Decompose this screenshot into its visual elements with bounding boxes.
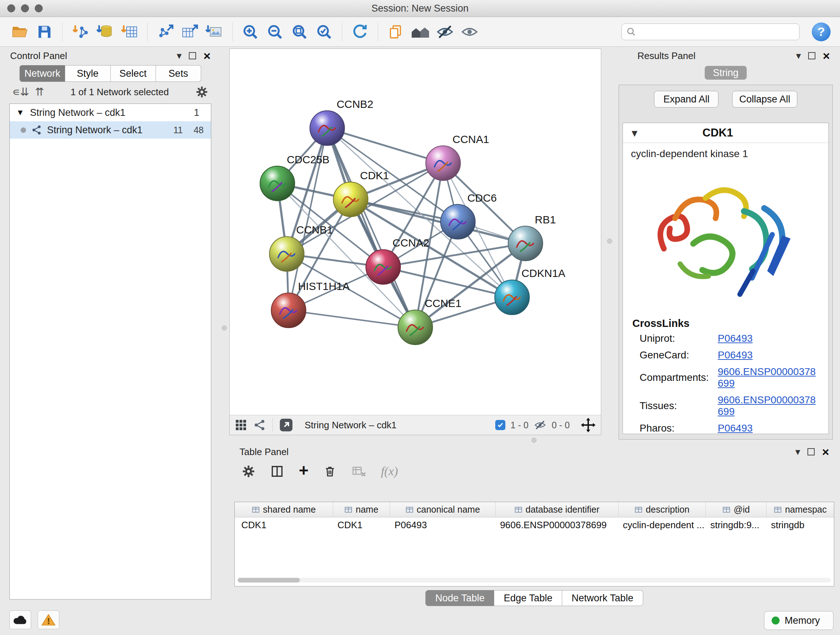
window-close-button[interactable] xyxy=(7,4,15,12)
crosslink-compartments-link[interactable]: 9606.ENSP00000378699 xyxy=(718,366,821,389)
window-zoom-button[interactable] xyxy=(35,4,43,12)
panel-close-icon[interactable]: × xyxy=(203,50,210,62)
crosslink-label: Uniprot: xyxy=(639,333,718,344)
import-table-button[interactable] xyxy=(119,21,140,43)
tab-sets[interactable]: Sets xyxy=(156,65,201,82)
create-column-icon[interactable]: + xyxy=(299,462,309,478)
zoom-fit-button[interactable] xyxy=(289,21,310,43)
panel-menu-icon[interactable]: ▾ xyxy=(796,447,801,457)
export-network-button[interactable] xyxy=(155,21,176,43)
move-tool-icon[interactable] xyxy=(581,417,596,432)
show-all-button[interactable] xyxy=(459,21,480,43)
export-image-button[interactable] xyxy=(204,21,225,43)
edge-CCNE1-HIST1H1A[interactable] xyxy=(289,310,415,327)
memory-button[interactable]: Memory xyxy=(764,611,834,630)
scrollbar-thumb[interactable] xyxy=(238,578,300,583)
delete-column-trash-icon[interactable] xyxy=(323,464,337,478)
warning-status-button[interactable] xyxy=(38,610,59,629)
column-header-name[interactable]: name xyxy=(333,502,390,517)
crosslinks-title: CrossLinks xyxy=(623,315,829,330)
panel-float-icon[interactable] xyxy=(808,52,815,59)
panel-float-icon[interactable] xyxy=(807,448,815,455)
tab-string[interactable]: String xyxy=(705,66,747,80)
zoom-out-button[interactable] xyxy=(264,21,286,43)
zoom-selected-icon xyxy=(316,24,332,40)
refresh-layout-button[interactable] xyxy=(349,21,370,43)
cloud-status-button[interactable] xyxy=(9,610,31,629)
tab-edge-table[interactable]: Edge Table xyxy=(494,590,562,606)
table-row[interactable]: CDK1 CDK1 P06493 9606.ENSP00000378699 cy… xyxy=(235,517,834,532)
crosslink-pharos-link[interactable]: P06493 xyxy=(718,423,753,434)
crosslink-genecard-link[interactable]: P06493 xyxy=(718,349,753,361)
column-header-namespace[interactable]: namespac xyxy=(767,502,834,517)
edge-CCNB2-CCNA1[interactable] xyxy=(327,128,443,163)
zoom-selected-button[interactable] xyxy=(314,21,335,43)
horizontal-scrollbar[interactable] xyxy=(238,578,831,583)
network-collection-row[interactable]: ▼ String Network – cdk1 1 xyxy=(10,104,211,121)
gene-card: ▾ CDK1 cyclin-dependent kinase 1 xyxy=(622,123,829,434)
network-overview-icon[interactable] xyxy=(254,419,266,431)
export-table-button[interactable] xyxy=(180,21,201,43)
disclosure-triangle-icon[interactable]: ▼ xyxy=(16,108,24,117)
window-minimize-button[interactable] xyxy=(21,4,29,12)
tab-network-table[interactable]: Network Table xyxy=(562,590,643,606)
panel-menu-icon[interactable]: ▾ xyxy=(177,51,182,61)
string-network-icon xyxy=(31,125,42,135)
crosslink-uniprot-link[interactable]: P06493 xyxy=(718,333,753,344)
title-bar: Session: New Session xyxy=(0,0,840,17)
detach-view-icon[interactable] xyxy=(279,418,293,432)
open-session-button[interactable] xyxy=(9,21,30,43)
crosslink-tissues-link[interactable]: 9606.ENSP00000378699 xyxy=(718,394,821,417)
collapse-all-icon[interactable]: ∊⇊ xyxy=(12,87,29,97)
crosslink-label: Pharos: xyxy=(639,423,718,434)
tab-select[interactable]: Select xyxy=(111,65,156,82)
edge-CCNB2-CCNE1[interactable] xyxy=(327,128,415,327)
expand-all-button[interactable]: Expand All xyxy=(654,91,718,108)
tab-style[interactable]: Style xyxy=(65,65,111,82)
network-options-gear-icon[interactable] xyxy=(195,86,208,98)
column-header-database-identifier[interactable]: database identifier xyxy=(496,502,619,517)
collapse-all-button[interactable]: Collapse All xyxy=(732,91,797,108)
panel-close-icon[interactable]: × xyxy=(823,50,830,62)
panel-close-icon[interactable]: × xyxy=(822,446,829,458)
network-canvas[interactable]: CCNB2CCNA1CDC25BCDK1CDC6RB1CCNB1CCNA2CDK… xyxy=(230,49,601,415)
search-input[interactable] xyxy=(640,26,795,38)
cell-shared-name[interactable]: CDK1 xyxy=(235,519,333,531)
column-header-shared-name[interactable]: shared name xyxy=(235,502,333,517)
column-header-canonical-name[interactable]: canonical name xyxy=(390,502,496,517)
gene-disclosure-icon[interactable]: ▾ xyxy=(632,127,638,139)
import-network-database-button[interactable] xyxy=(95,21,115,43)
cell-description[interactable]: cyclin-dependent ... xyxy=(619,519,706,531)
toolbar-separator xyxy=(272,418,273,432)
edge-CDK1-RB1[interactable] xyxy=(351,200,525,244)
cell-canonical-name[interactable]: P06493 xyxy=(390,519,496,531)
network-row-selected[interactable]: String Network – cdk1 11 48 xyxy=(10,121,211,139)
tab-network[interactable]: Network xyxy=(19,65,65,82)
import-network-file-button[interactable] xyxy=(70,21,91,43)
cell-id[interactable]: stringdb:9... xyxy=(706,519,767,531)
copy-document-button[interactable] xyxy=(385,21,406,43)
tab-node-table[interactable]: Node Table xyxy=(425,590,494,606)
hide-selected-button[interactable] xyxy=(434,21,455,43)
cell-database-identifier[interactable]: 9606.ENSP00000378699 xyxy=(496,519,619,531)
home-button[interactable] xyxy=(410,21,431,43)
splitter-handle[interactable] xyxy=(607,239,612,244)
memory-label: Memory xyxy=(785,615,820,626)
column-header-description[interactable]: description xyxy=(619,502,706,517)
panel-float-icon[interactable] xyxy=(189,52,196,59)
cell-namespace[interactable]: stringdb xyxy=(767,519,834,531)
grid-view-icon[interactable] xyxy=(235,419,247,431)
toolbar-separator xyxy=(147,22,148,41)
help-button[interactable]: ? xyxy=(812,22,831,41)
panel-menu-icon[interactable]: ▾ xyxy=(796,51,801,61)
splitter-handle[interactable] xyxy=(222,325,227,331)
cell-name[interactable]: CDK1 xyxy=(333,519,390,531)
column-header-id[interactable]: @id xyxy=(706,502,767,517)
show-columns-icon[interactable] xyxy=(270,464,284,478)
splitter-handle[interactable] xyxy=(531,438,537,443)
zoom-in-button[interactable] xyxy=(240,21,261,43)
expand-all-icon[interactable]: ⇈ xyxy=(35,87,44,97)
save-session-button[interactable] xyxy=(34,21,55,43)
selected-indicator-checkbox[interactable] xyxy=(495,420,505,430)
table-settings-gear-icon[interactable] xyxy=(242,464,256,478)
